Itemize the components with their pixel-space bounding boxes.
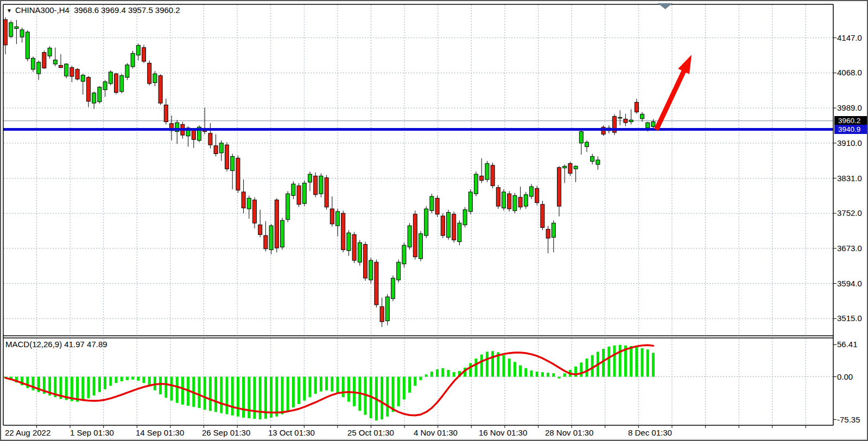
macd-histogram-bar: [635, 347, 638, 377]
macd-histogram-bar: [647, 349, 649, 376]
price-axis-label: 3910.0: [837, 138, 862, 148]
bear-candle: [75, 69, 79, 79]
bear-candle: [236, 158, 240, 190]
bull-candle: [369, 260, 373, 280]
macd-histogram-bar: [580, 362, 582, 376]
macd-histogram-bar: [104, 377, 106, 389]
macd-histogram-bar: [342, 377, 345, 398]
bull-candle: [585, 142, 589, 146]
bear-candle: [508, 194, 511, 209]
chart-canvas[interactable]: [1, 1, 868, 441]
trend-arrow-head: [678, 55, 692, 74]
bull-candle: [319, 176, 323, 194]
chart-shift-marker-icon[interactable]: [658, 3, 673, 9]
bull-candle: [530, 187, 534, 196]
macd-histogram-bar: [514, 362, 516, 376]
bull-candle: [219, 143, 223, 153]
macd-histogram-bar: [170, 377, 173, 401]
time-axis-label: 1 Sep 01:30: [70, 428, 114, 437]
bull-candle: [524, 195, 528, 206]
time-axis-label: 16 Nov 01:30: [479, 428, 527, 437]
macd-histogram-bar: [209, 377, 212, 411]
macd-histogram-bar: [403, 377, 406, 400]
bull-candle: [20, 30, 24, 37]
bull-candle: [419, 234, 423, 259]
macd-histogram-bar: [281, 377, 284, 414]
bear-candle: [452, 214, 456, 240]
macd-histogram-bar: [320, 377, 322, 392]
price-axis-label: 3752.0: [837, 208, 862, 218]
time-axis-label: 4 Nov 01:30: [414, 428, 458, 437]
macd-histogram-bar: [607, 347, 610, 377]
bull-candle: [98, 87, 102, 102]
bull-candle: [292, 184, 295, 195]
macd-histogram-bar: [220, 377, 223, 413]
macd-histogram-bar: [226, 377, 229, 414]
macd-histogram-bar: [519, 366, 522, 377]
bear-candle: [148, 63, 151, 84]
macd-histogram-bar: [159, 377, 162, 395]
bull-candle: [458, 223, 461, 241]
time-axis-label: 28 Nov 01:30: [545, 428, 593, 437]
macd-histogram-bar: [591, 355, 594, 377]
macd-histogram-bar: [541, 372, 544, 376]
macd-histogram-bar: [392, 377, 395, 412]
macd-histogram-bar: [602, 349, 605, 376]
macd-histogram-bar: [181, 377, 184, 405]
macd-histogram-bar: [430, 372, 433, 376]
bull-candle: [136, 46, 140, 55]
bear-candle: [352, 235, 356, 261]
macd-histogram-bar: [131, 377, 134, 380]
bull-candle: [247, 198, 251, 209]
macd-histogram-bar: [309, 377, 312, 398]
bull-candle: [646, 123, 650, 128]
bear-candle: [480, 176, 484, 180]
price-axis-label: 4147.0: [837, 33, 862, 42]
macd-histogram-bar: [536, 372, 538, 376]
time-axis-label: 22 Aug 2022: [5, 428, 50, 437]
macd-histogram-bar: [420, 377, 422, 380]
macd-histogram-bar: [547, 373, 549, 376]
bear-candle: [142, 48, 146, 61]
bear-candle: [159, 75, 162, 103]
macd-histogram-bar: [337, 377, 339, 394]
macd-histogram-bar: [524, 368, 527, 377]
macd-histogram-bar: [641, 348, 644, 376]
bear-candle: [557, 168, 561, 206]
quote-high: 3969.4: [101, 5, 126, 15]
macd-histogram-bar: [491, 351, 494, 376]
macd-axis-label: 0.00: [837, 372, 853, 381]
bull-candle: [463, 210, 467, 225]
macd-histogram-bar: [32, 377, 35, 391]
bear-candle: [59, 65, 63, 67]
bear-candle: [624, 119, 628, 123]
macd-histogram-bar: [381, 377, 383, 420]
macd-axis-label: 56.41: [837, 340, 858, 349]
bear-candle: [275, 200, 278, 248]
bull-candle: [153, 74, 157, 82]
macd-histogram-bar: [613, 346, 616, 377]
bear-candle: [441, 216, 445, 235]
bull-candle: [447, 213, 451, 238]
price-axis-label: 3515.0: [837, 314, 862, 323]
bull-candle: [402, 245, 406, 264]
macd-histogram-bar: [121, 377, 123, 381]
time-axis-label: 25 Oct 01:30: [347, 428, 394, 437]
time-axis-label: 26 Sep 01:30: [202, 428, 250, 437]
bear-candle: [635, 102, 638, 112]
bear-candle: [435, 198, 439, 214]
collapse-triangle-icon[interactable]: ▼: [7, 8, 12, 14]
macd-histogram-bar: [586, 359, 588, 377]
bear-candle: [264, 235, 268, 249]
bear-candle: [341, 213, 345, 250]
bull-candle: [336, 212, 340, 226]
bull-candle: [302, 183, 306, 204]
bear-candle: [214, 146, 218, 154]
price-axis-label: 3594.0: [837, 279, 862, 288]
bull-candle: [125, 65, 129, 78]
symbol-timeframe-label: CHINA300-,H4: [15, 5, 69, 15]
bull-candle: [269, 226, 273, 250]
macd-indicator-label: MACD(12,26,9) 41.97 47.89: [5, 340, 107, 349]
macd-histogram-bar: [314, 377, 317, 394]
bull-candle: [109, 72, 112, 84]
